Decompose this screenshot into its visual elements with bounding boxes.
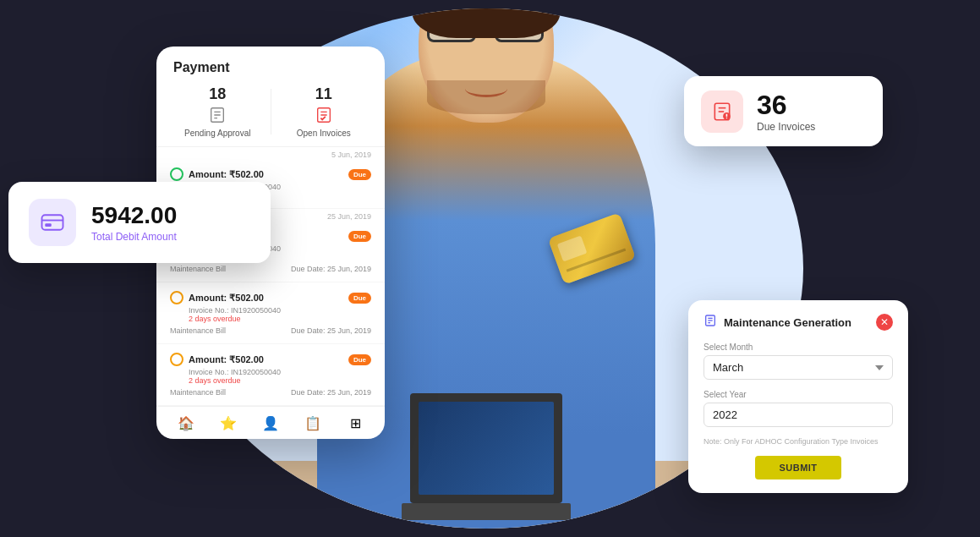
total-debit-card: 5942.00 Total Debit Amount: [8, 182, 271, 263]
nav-grid-icon[interactable]: ⊞: [346, 414, 364, 432]
invoice-amount-1: Amount: ₹502.00: [189, 169, 264, 180]
maintenance-icon: [704, 314, 717, 331]
invoice-item-3: Amount: ₹502.00 Due Invoice No.: IN19200…: [156, 282, 385, 344]
select-year-group: Select Year: [704, 390, 893, 427]
form-note: Note: Only For ADHOC Configuration Type …: [704, 437, 893, 446]
due-date-3: Due Date: 25 Jun, 2019: [291, 326, 371, 335]
nav-list-icon[interactable]: 📋: [304, 414, 322, 432]
month-label: Select Month: [704, 342, 893, 352]
invoice-top-1: Amount: ₹502.00 Due: [170, 167, 371, 181]
invoice-circle-4: [170, 353, 183, 366]
invoice-amount-row-1: Amount: ₹502.00: [170, 167, 264, 181]
bill-type-4: Maintenance Bill: [170, 388, 226, 397]
bottom-navigation[interactable]: 🏠 ⭐ 👤 📋 ⊞: [156, 406, 385, 439]
maintenance-generation-card: Maintenance Generation ✕ Select Month Ja…: [688, 300, 908, 493]
due-date-4: Due Date: 25 Jun, 2019: [291, 388, 371, 397]
invoice-top-3: Amount: ₹502.00 Due: [170, 291, 371, 304]
maintenance-header: Maintenance Generation ✕: [704, 314, 893, 331]
payment-stats: 18 Pending Approval 11: [173, 85, 368, 138]
invoice-no-3: Invoice No.: IN1920050040: [189, 306, 371, 315]
maintenance-title-row: Maintenance Generation: [704, 314, 851, 331]
invoice-amount-row-3: Amount: ₹502.00: [170, 291, 264, 304]
invoice-overdue-3: 2 days overdue: [189, 315, 371, 323]
payment-header: Payment 18 Pending Approval 11: [156, 47, 385, 147]
invoice-footer-4: Maintenance Bill Due Date: 25 Jun, 2019: [170, 388, 371, 397]
nav-star-icon[interactable]: ⭐: [219, 414, 238, 432]
due-invoices-card: 36 Due Invoices: [684, 76, 883, 146]
due-icon-box: [701, 90, 743, 133]
invoice-overdue-4: 2 days overdue: [189, 376, 371, 385]
pending-approval-stat: 18 Pending Approval: [173, 85, 262, 138]
invoice-amount-3: Amount: ₹502.00: [189, 293, 264, 304]
open-invoices-stat: 11 Open Invoices: [280, 85, 369, 138]
select-month-group: Select Month January February March Apri…: [704, 342, 893, 380]
stat-divider: [271, 89, 271, 134]
invoice-item-4: Amount: ₹502.00 Due Invoice No.: IN19200…: [156, 344, 385, 406]
bill-type-3: Maintenance Bill: [170, 326, 226, 335]
bill-type-2: Maintenance Bill: [170, 265, 226, 273]
person-hair: [413, 8, 561, 38]
svg-point-15: [726, 117, 728, 118]
open-label: Open Invoices: [280, 129, 369, 138]
invoice-amount-row-4: Amount: ₹502.00: [170, 353, 264, 366]
nav-home-icon[interactable]: 🏠: [177, 414, 195, 432]
submit-button[interactable]: SUBMIT: [755, 456, 840, 479]
debit-amount: 5942.00: [91, 202, 177, 229]
invoice-footer-3: Maintenance Bill Due Date: 25 Jun, 2019: [170, 326, 371, 335]
close-button[interactable]: ✕: [876, 314, 893, 331]
svg-rect-9: [45, 223, 52, 227]
invoice-no-4: Invoice No.: IN1920050040: [189, 368, 371, 376]
invoice-circle-3: [170, 291, 183, 304]
month-select[interactable]: January February March April May June Ju…: [704, 355, 893, 380]
invoice-circle-1: [170, 167, 183, 181]
due-label: Due Invoices: [757, 121, 815, 133]
invoice-footer-2: Maintenance Bill Due Date: 25 Jun, 2019: [170, 265, 371, 273]
invoice-top-4: Amount: ₹502.00 Due: [170, 353, 371, 366]
due-count: 36: [757, 90, 815, 121]
payment-title: Payment: [173, 60, 368, 75]
invoice-amount-4: Amount: ₹502.00: [189, 354, 264, 365]
debit-icon: [40, 210, 65, 235]
due-badge-1: Due: [348, 169, 371, 180]
due-invoice-icon: [711, 101, 733, 123]
due-badge-2: Due: [348, 231, 371, 242]
open-icon: [280, 103, 369, 127]
nav-person-icon[interactable]: 👤: [261, 414, 280, 432]
pending-count: 18: [173, 85, 262, 103]
invoice-date-1: 5 Jun, 2019: [156, 147, 385, 159]
due-date-2: Due Date: 25 Jun, 2019: [291, 265, 371, 273]
due-badge-4: Due: [348, 354, 371, 365]
year-input[interactable]: [704, 403, 893, 427]
debit-label: Total Debit Amount: [91, 231, 177, 243]
due-info: 36 Due Invoices: [757, 90, 815, 133]
open-count: 11: [280, 85, 369, 103]
due-badge-3: Due: [348, 293, 371, 304]
debit-info: 5942.00 Total Debit Amount: [91, 202, 177, 243]
pending-icon: [173, 103, 262, 127]
debit-icon-box: [29, 199, 76, 246]
svg-rect-7: [42, 215, 63, 230]
maintenance-title: Maintenance Generation: [724, 316, 851, 329]
pending-label: Pending Approval: [173, 129, 262, 138]
year-label: Select Year: [704, 390, 893, 399]
